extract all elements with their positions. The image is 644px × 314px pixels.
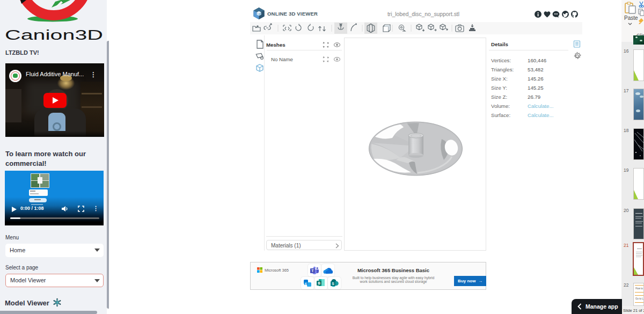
- svg-text:Canion3D: Canion3D: [5, 28, 103, 43]
- svg-text:T: T: [311, 269, 314, 273]
- svg-text:B: B: [318, 281, 320, 285]
- svg-text:E: E: [305, 282, 307, 286]
- svg-text:S: S: [332, 282, 334, 286]
